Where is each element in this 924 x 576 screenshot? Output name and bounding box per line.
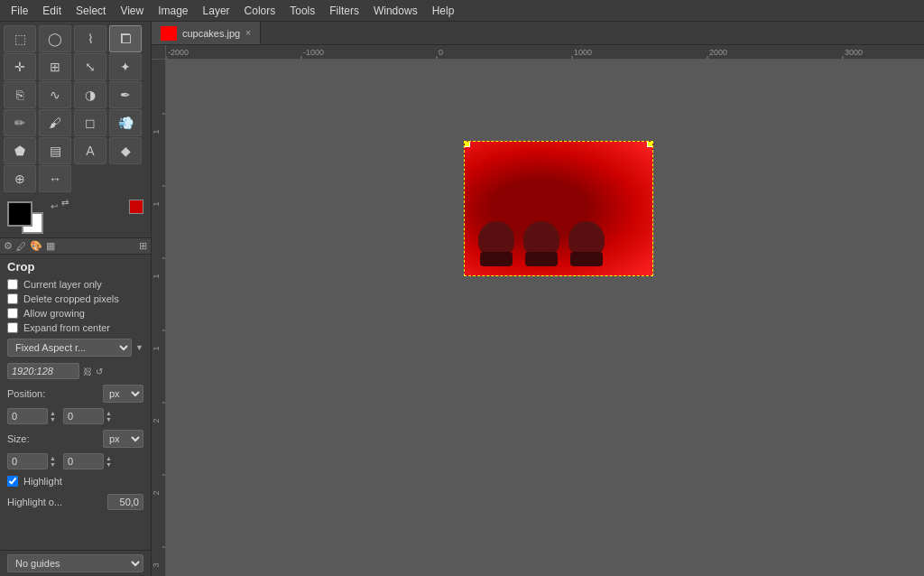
position-y-input[interactable] [63, 408, 104, 424]
tab-thumbnail [161, 26, 177, 41]
zoom-tool[interactable]: ⊕ [4, 165, 36, 192]
image-content [465, 142, 652, 275]
eyedropper-tool[interactable]: ◆ [109, 137, 142, 164]
svg-text:-2000: -2000 [168, 48, 189, 57]
foreground-color[interactable] [7, 201, 32, 227]
canvas-viewport[interactable] [166, 60, 924, 576]
rectangle-select-tool[interactable]: ⬚ [4, 25, 36, 52]
allow-growing-checkbox[interactable] [7, 308, 18, 319]
pattern-icon[interactable]: ▦ [46, 240, 55, 252]
highlight-checkbox[interactable] [7, 476, 18, 487]
aspect-value-input[interactable] [7, 363, 79, 379]
position-y-spinner[interactable]: ▲▼ [106, 410, 112, 423]
dodge-tool[interactable]: ◑ [74, 81, 106, 108]
guides-dropdown[interactable]: No guides Center lines Rule of thirds Go… [7, 554, 143, 572]
left-ruler: 1 1 1 1 2 2 3 [152, 60, 166, 576]
size-x-input[interactable] [7, 453, 48, 469]
color-swatch-icon[interactable]: 🎨 [30, 240, 42, 252]
menu-view[interactable]: View [113, 3, 151, 19]
link-icon: ⛓ [83, 367, 92, 376]
menu-layer[interactable]: Layer [196, 3, 237, 19]
position-xy-row: ▲▼ ▲▼ [0, 405, 151, 427]
fixed-aspect-dropdown[interactable]: Fixed Aspect r... Fixed Width Fixed Heig… [7, 339, 132, 357]
tool-icon-grid: ⬚ ◯ ⌇ ⧠ ✛ ⊞ ⤡ ✦ ⎘ ∿ ◑ ✒ ✏ 🖌 ◻ 💨 ⬟ ▤ A ◆ … [0, 22, 151, 192]
text-tool[interactable]: A [74, 137, 106, 164]
menu-image[interactable]: Image [151, 3, 195, 19]
size-xy-row: ▲▼ ▲▼ [0, 451, 151, 472]
svg-text:-1000: -1000 [303, 48, 324, 57]
bucket-tool[interactable]: ⬟ [4, 137, 36, 164]
size-y-input[interactable] [63, 453, 104, 469]
top-ruler: -2000 -1000 0 1000 2000 3000 4000 [166, 45, 924, 60]
highlight-value-input[interactable] [107, 494, 143, 510]
options-icon[interactable]: ⚙ [4, 240, 13, 252]
measure-tool[interactable]: ↔ [39, 165, 71, 192]
svg-text:1: 1 [152, 201, 161, 206]
menu-bar: File Edit Select View Image Layer Colors… [0, 0, 924, 22]
reset-aspect-icon[interactable]: ↺ [96, 367, 103, 376]
menu-edit[interactable]: Edit [35, 3, 69, 19]
ruler-canvas-wrapper: -2000 -1000 0 1000 2000 3000 4000 [152, 45, 924, 576]
image-tab[interactable]: cupcakes.jpg × [152, 22, 261, 44]
current-layer-label: Current layer only [23, 279, 102, 290]
color-swatch-area: ↩ ⇄ [0, 192, 151, 237]
ink-tool[interactable]: ✒ [109, 81, 142, 108]
pencil-tool[interactable]: ✏ [4, 109, 36, 136]
move-tool[interactable]: ✛ [4, 53, 36, 80]
smudge-tool[interactable]: ∿ [39, 81, 71, 108]
tab-close-button[interactable]: × [245, 28, 251, 38]
canvas-area: cupcakes.jpg × -2000 -1000 [152, 22, 924, 576]
panel-title: Crop [0, 255, 151, 277]
menu-help[interactable]: Help [425, 3, 462, 19]
heal-tool[interactable]: ✦ [109, 53, 142, 80]
toolbox: ⬚ ◯ ⌇ ⧠ ✛ ⊞ ⤡ ✦ ⎘ ∿ ◑ ✒ ✏ 🖌 ◻ 💨 ⬟ ▤ A ◆ … [0, 22, 152, 576]
position-x-spinner[interactable]: ▲▼ [50, 410, 56, 423]
svg-text:2000: 2000 [709, 48, 727, 57]
top-ruler-row: -2000 -1000 0 1000 2000 3000 4000 [152, 45, 924, 60]
highlight-sub-label: Highlight o... [7, 497, 102, 507]
menu-colors[interactable]: Colors [237, 3, 283, 19]
paintbrush-tool[interactable]: 🖌 [39, 109, 71, 136]
cupcake-3 [568, 221, 605, 257]
position-row: Position: px inmmcm% [0, 382, 151, 405]
fixed-dropdown-row: Fixed Aspect r... Fixed Width Fixed Heig… [0, 335, 151, 360]
svg-text:1000: 1000 [574, 48, 592, 57]
current-layer-checkbox[interactable] [7, 279, 18, 290]
device-icon[interactable]: 🖊 [16, 241, 26, 252]
size-y-spinner[interactable]: ▲▼ [106, 455, 112, 468]
size-x-spinner[interactable]: ▲▼ [50, 455, 56, 468]
eraser-tool[interactable]: ◻ [74, 109, 106, 136]
delete-cropped-checkbox[interactable] [7, 293, 18, 304]
menu-windows[interactable]: Windows [366, 3, 425, 19]
ellipse-select-tool[interactable]: ◯ [39, 25, 71, 52]
airbrush-tool[interactable]: 💨 [109, 109, 142, 136]
highlight-value-row: Highlight o... [0, 490, 151, 514]
menu-tools[interactable]: Tools [282, 3, 322, 19]
clone-tool[interactable]: ⎘ [4, 81, 36, 108]
svg-text:1: 1 [152, 129, 161, 134]
highlight-row: Highlight [0, 472, 151, 490]
delete-cropped-label: Delete cropped pixels [23, 293, 119, 304]
svg-rect-15 [152, 60, 166, 576]
menu-select[interactable]: Select [69, 3, 113, 19]
size-label: Size: [7, 433, 43, 444]
expand-center-checkbox[interactable] [7, 322, 18, 333]
size-unit-select[interactable]: px inmmcm% [103, 430, 143, 448]
expand-center-row: Expand from center [0, 321, 151, 335]
position-unit-select[interactable]: px inmmcm% [103, 385, 143, 403]
menu-file[interactable]: File [4, 3, 35, 19]
align-tool[interactable]: ⊞ [39, 53, 71, 80]
menu-filters[interactable]: Filters [322, 3, 366, 19]
transform-tool[interactable]: ⤡ [74, 53, 106, 80]
swap-colors-icon[interactable]: ⇄ [61, 198, 107, 208]
position-x-input[interactable] [7, 408, 48, 424]
ruler-canvas-body: 1 1 1 1 2 2 3 [152, 60, 924, 576]
expand-options-icon[interactable]: ⊞ [139, 240, 147, 252]
gradient-tool[interactable]: ▤ [39, 137, 71, 164]
free-select-tool[interactable]: ⌇ [74, 25, 106, 52]
position-label: Position: [7, 388, 45, 399]
svg-text:2: 2 [152, 490, 161, 495]
crop-tool[interactable]: ⧠ [109, 25, 142, 52]
image-canvas [464, 141, 653, 276]
svg-text:3: 3 [152, 562, 161, 567]
